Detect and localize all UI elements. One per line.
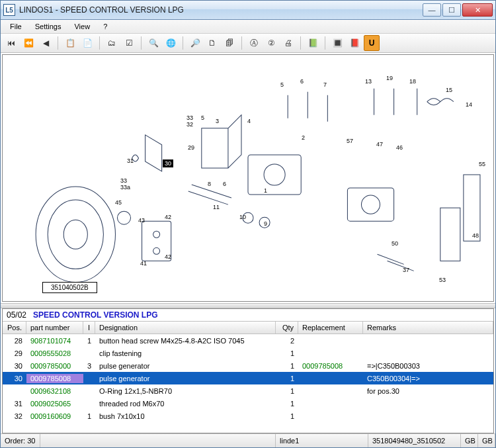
toolbar-button[interactable]: 🗐 [222,35,237,51]
svg-point-2 [63,220,87,249]
parts-list-pane: 05/02 SPEED CONTROL VERSION LPG Pos. par… [2,308,494,433]
parts-grid: Pos. part number I Designation Qty Repla… [3,321,493,433]
svg-point-8 [153,231,160,238]
cell [298,390,363,392]
col-i[interactable]: I [83,322,95,334]
cell [298,353,363,354]
section-title: SPEED CONTROL VERSION LPG [33,310,157,320]
toolbar-button[interactable]: ⏪ [21,35,36,51]
cell: 1 [276,349,298,358]
maximize-button[interactable]: ☐ [442,3,461,17]
toolbar-button[interactable]: 📋 [62,35,78,51]
toolbar-button[interactable]: 🌐 [163,35,179,51]
minimize-button[interactable]: — [423,3,441,17]
toolbar-button[interactable]: 🗋 [204,35,220,51]
toolbar-button[interactable]: 🔎 [187,35,203,51]
toolbar-button[interactable]: 🔳 [329,35,345,51]
toolbar-button[interactable]: ☑ [121,35,137,51]
section-number: 05/02 [7,310,26,320]
toolbar-separator [99,36,100,50]
toolbar-button[interactable]: ⏮ [3,35,19,51]
cell: 30 [3,361,26,371]
table-row[interactable]: 0009632108O-Ring 12x1,5-NBR701for pos.30 [3,384,493,397]
diagram-pane[interactable]: 30 567 131918 1514 33325 29342 574746 31… [2,54,494,302]
col-qty[interactable]: Qty [276,322,298,334]
menu-view[interactable]: View [69,21,95,32]
svg-rect-12 [440,208,460,261]
cell: button head screw M4x25-4.8-A2C ISO 7045 [95,336,276,345]
menu-help[interactable]: ? [98,21,112,32]
cell [83,403,95,404]
table-row[interactable]: 290009555028clip fastening1 [3,347,493,359]
cell: 2 [276,336,298,345]
table-row[interactable]: 310009025065threaded rod M6x701 [3,397,493,410]
cell: 1 [276,361,298,371]
cell: =>|C350B00303 [363,361,493,371]
menu-settings[interactable]: Settings [30,21,67,32]
toolbar-button[interactable]: 📄 [79,35,95,51]
col-replacement[interactable]: Replacement [298,322,363,334]
app-icon: L5 [3,4,15,16]
toolbar-separator [241,36,242,50]
window-title: LINDOS1 - SPEED CONTROL VERSION LPG [19,5,423,15]
cell: pulse generator [95,361,276,371]
cell: threaded rod M6x70 [95,399,276,408]
svg-rect-13 [464,175,480,241]
cell [363,340,493,341]
cell: 1 [276,399,298,408]
cell: C350B00304|=> [363,374,493,383]
svg-rect-3 [248,155,301,195]
col-designation[interactable]: Designation [95,322,276,334]
cell: 0009025065 [26,399,83,408]
svg-point-4 [264,164,285,185]
status-doc: 3518049480_3510502 [368,434,461,447]
splitter[interactable] [1,303,495,308]
toolbar-button[interactable]: Ⓐ [246,35,262,51]
cell: 30 [3,374,26,383]
toolbar-button[interactable]: ◀ [38,35,54,51]
exploded-view-drawing [3,55,493,301]
cell: 0009555028 [26,349,83,358]
close-button[interactable]: ✕ [462,3,493,17]
cell [83,378,95,379]
toolbar-button[interactable]: 📗 [305,35,321,51]
table-row[interactable]: 3200091606091bush 7x10x101 [3,410,493,422]
toolbar: ⏮⏪◀📋📄🗂☑🔍🌐🔎🗋🗐Ⓐ②🖨📗🔳📕U [1,34,495,53]
cell: 0009785008 [298,361,363,371]
table-row[interactable]: 2890871010741button head screw M4x25-4.8… [3,334,493,347]
col-part-number[interactable]: part number [26,322,83,334]
status-order-label: Order: 30 [1,434,40,447]
cell [298,340,363,341]
col-remarks[interactable]: Remarks [363,322,493,334]
status-bar: Order: 30 linde1 3518049480_3510502 GB G… [1,433,495,447]
table-row[interactable]: 300009785008pulse generator1C350B00304|=… [3,372,493,384]
cell: 1 [83,412,95,421]
toolbar-button[interactable]: 🗂 [104,35,120,51]
cell: 1 [83,336,95,345]
cell: 0009785008 [26,374,83,383]
svg-point-14 [117,211,130,224]
grid-body[interactable]: 2890871010741button head screw M4x25-4.8… [3,334,493,433]
cell [298,378,363,379]
title-bar[interactable]: L5 LINDOS1 - SPEED CONTROL VERSION LPG —… [1,1,495,20]
menu-file[interactable]: File [5,21,27,32]
status-user: linde1 [276,434,368,447]
cell: 31 [3,399,26,408]
toolbar-separator [300,36,301,50]
toolbar-button[interactable]: 🖨 [280,35,296,51]
cell: O-Ring 12x1,5-NBR70 [95,386,276,396]
toolbar-button[interactable]: ② [263,35,279,51]
toolbar-button[interactable]: 🔍 [145,35,161,51]
cell: 32 [3,412,26,421]
cell: pulse generator [95,374,276,383]
status-lang2: GB [478,434,495,447]
svg-point-9 [153,247,160,254]
toolbar-button[interactable]: U [364,35,380,51]
col-pos[interactable]: Pos. [3,322,26,334]
toolbar-button[interactable]: 📕 [347,35,362,51]
status-lang1: GB [461,434,478,447]
table-row[interactable]: 3000097850003pulse generator10009785008=… [3,359,493,372]
status-spacer [40,434,276,447]
menu-bar: File Settings View ? [1,20,495,34]
toolbar-separator [58,36,58,50]
